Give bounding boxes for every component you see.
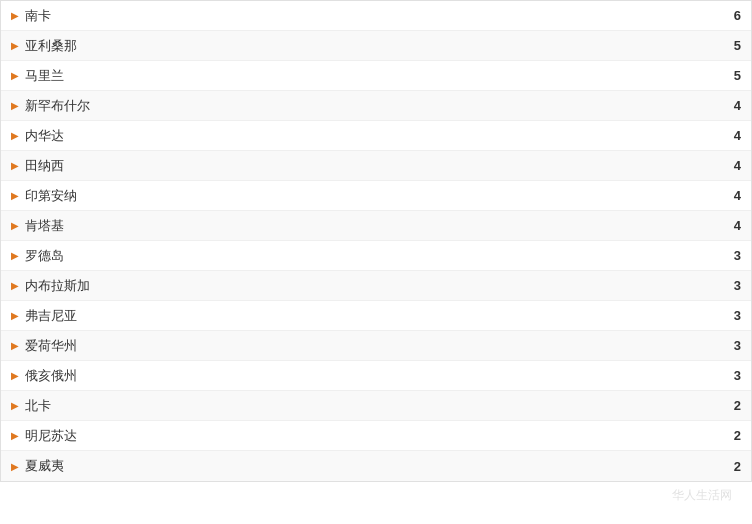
data-table: ▶南卡6▶亚利桑那5▶马里兰5▶新罕布什尔4▶内华达4▶田纳西4▶印第安纳4▶肯… — [0, 0, 752, 482]
row-value: 4 — [711, 128, 741, 143]
table-row: ▶内布拉斯加3 — [1, 271, 751, 301]
arrow-icon: ▶ — [11, 461, 19, 472]
row-value: 4 — [711, 218, 741, 233]
row-name: 弗吉尼亚 — [25, 307, 711, 325]
row-name: 内布拉斯加 — [25, 277, 711, 295]
table-row: ▶爱荷华州3 — [1, 331, 751, 361]
table-row: ▶内华达4 — [1, 121, 751, 151]
row-name: 肯塔基 — [25, 217, 711, 235]
row-value: 4 — [711, 98, 741, 113]
row-name: 田纳西 — [25, 157, 711, 175]
arrow-icon: ▶ — [11, 310, 19, 321]
table-row: ▶肯塔基4 — [1, 211, 751, 241]
arrow-icon: ▶ — [11, 40, 19, 51]
row-name: 内华达 — [25, 127, 711, 145]
row-value: 2 — [711, 398, 741, 413]
row-value: 3 — [711, 278, 741, 293]
table-row: ▶南卡6 — [1, 1, 751, 31]
row-name: 夏威夷 — [25, 457, 711, 475]
arrow-icon: ▶ — [11, 190, 19, 201]
arrow-icon: ▶ — [11, 370, 19, 381]
arrow-icon: ▶ — [11, 70, 19, 81]
row-name: 爱荷华州 — [25, 337, 711, 355]
row-value: 5 — [711, 38, 741, 53]
row-name: 南卡 — [25, 7, 711, 25]
table-row: ▶俄亥俄州3 — [1, 361, 751, 391]
row-value: 3 — [711, 308, 741, 323]
table-row: ▶新罕布什尔4 — [1, 91, 751, 121]
table-row: ▶田纳西4 — [1, 151, 751, 181]
table-row: ▶弗吉尼亚3 — [1, 301, 751, 331]
row-name: 亚利桑那 — [25, 37, 711, 55]
table-row: ▶马里兰5 — [1, 61, 751, 91]
arrow-icon: ▶ — [11, 220, 19, 231]
table-row: ▶夏威夷2 — [1, 451, 751, 481]
arrow-icon: ▶ — [11, 280, 19, 291]
row-value: 3 — [711, 338, 741, 353]
row-name: 明尼苏达 — [25, 427, 711, 445]
table-row: ▶罗德岛3 — [1, 241, 751, 271]
arrow-icon: ▶ — [11, 250, 19, 261]
arrow-icon: ▶ — [11, 130, 19, 141]
arrow-icon: ▶ — [11, 430, 19, 441]
watermark: 华人生活网 — [672, 487, 732, 504]
row-value: 5 — [711, 68, 741, 83]
row-value: 3 — [711, 368, 741, 383]
arrow-icon: ▶ — [11, 100, 19, 111]
table-row: ▶明尼苏达2 — [1, 421, 751, 451]
arrow-icon: ▶ — [11, 340, 19, 351]
row-name: 北卡 — [25, 397, 711, 415]
row-name: 新罕布什尔 — [25, 97, 711, 115]
row-name: 罗德岛 — [25, 247, 711, 265]
row-value: 2 — [711, 459, 741, 474]
row-name: 马里兰 — [25, 67, 711, 85]
row-name: 俄亥俄州 — [25, 367, 711, 385]
row-value: 2 — [711, 428, 741, 443]
row-name: 印第安纳 — [25, 187, 711, 205]
table-row: ▶亚利桑那5 — [1, 31, 751, 61]
row-value: 6 — [711, 8, 741, 23]
row-value: 3 — [711, 248, 741, 263]
arrow-icon: ▶ — [11, 10, 19, 21]
row-value: 4 — [711, 158, 741, 173]
table-row: ▶印第安纳4 — [1, 181, 751, 211]
table-row: ▶北卡2 — [1, 391, 751, 421]
arrow-icon: ▶ — [11, 400, 19, 411]
arrow-icon: ▶ — [11, 160, 19, 171]
row-value: 4 — [711, 188, 741, 203]
